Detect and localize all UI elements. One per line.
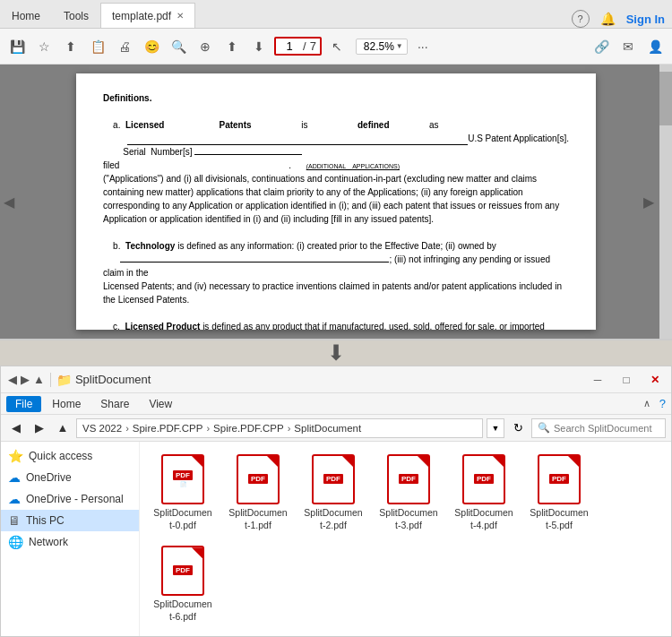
tab-home-label: Home [12,10,40,22]
close-button[interactable]: ✕ [646,371,664,389]
help-icon-ribbon[interactable]: ? [659,397,666,410]
page-separator: / [303,39,306,53]
zoom-dropdown-icon[interactable]: ▼ [396,42,403,50]
smiley-icon[interactable]: 😊 [140,35,163,58]
forward-button[interactable]: ▶ [30,418,49,438]
ribbon-tab-file[interactable]: File [6,396,41,412]
sidebar: ⭐ Quick access ☁ OneDrive ☁ OneDrive - P… [1,442,140,636]
down-arrow-icon: ⬇ [327,340,345,366]
address-path[interactable]: VS 2022 › Spire.PDF.CPP › Spire.PDF.CPP … [76,418,483,438]
titlebar-folder: 📁 SplitDocument [56,373,583,387]
list-item[interactable]: PDF SplitDocument-2.pdf [299,451,367,535]
email-icon[interactable]: ✉ [616,35,640,58]
sidebar-item-onedrive[interactable]: ☁ OneDrive [1,467,139,488]
address-dropdown-icon[interactable]: ▼ [487,418,504,438]
page-number-container: / 7 [274,37,322,56]
ribbon-tab-share[interactable]: Share [91,396,138,412]
help-icon[interactable]: ? [572,10,590,28]
pdf-serial: Serial Number[s] [103,145,569,159]
search-input[interactable] [554,423,659,434]
list-item[interactable]: PDF SplitDocument-6.pdf [149,542,217,626]
link-icon[interactable]: 🔗 [590,35,613,58]
up-small-icon[interactable]: ▲ [33,373,45,386]
sidebar-item-quick-access[interactable]: ⭐ Quick access [1,445,139,467]
pdf-icon-2: PDF [312,454,355,504]
pdf-scrollbar[interactable] [659,65,672,339]
explorer-body: ⭐ Quick access ☁ OneDrive ☁ OneDrive - P… [1,442,671,636]
user-icon[interactable]: 👤 [643,35,667,58]
back-button[interactable]: ◀ [6,418,26,438]
sidebar-item-this-pc[interactable]: 🖥 This PC [1,510,139,531]
upload-icon[interactable]: ⬆ [59,35,82,58]
forward-small-icon[interactable]: ▶ [21,373,30,386]
star-icon[interactable]: ☆ [32,35,56,58]
copy-icon[interactable]: 📋 [86,35,109,58]
list-item[interactable]: PDF SplitDocument-3.pdf [375,451,443,535]
tab-home[interactable]: Home [0,3,52,28]
list-item[interactable]: PDF SplitDocument-1.pdf [224,451,292,535]
pdf-para-a-text: ("Applications") and (i) all divisionals… [103,172,569,226]
sidebar-item-network[interactable]: 🌐 Network [1,531,139,553]
bell-icon[interactable]: 🔔 [600,12,616,26]
list-item[interactable]: PDF SplitDocument-5.pdf [525,451,593,535]
this-pc-label: This PC [26,514,65,527]
tab-tools[interactable]: Tools [52,3,100,28]
sign-in-button[interactable]: Sign In [626,13,665,26]
network-label: Network [29,536,68,548]
pdf-filed: filed . (ADDITIONAL APPLICATIONS) [103,159,569,172]
quick-access-icon: ⭐ [8,449,23,463]
ribbon-tab-home[interactable]: Home [43,396,90,412]
explorer-titlebar: ◀ ▶ ▲ 📁 SplitDocument ─ □ ✕ [1,366,671,393]
explorer-window: ◀ ▶ ▲ 📁 SplitDocument ─ □ ✕ File Home Sh… [0,366,672,637]
page-number-input[interactable] [280,39,299,53]
sidebar-item-onedrive-personal[interactable]: ☁ OneDrive - Personal [1,488,139,510]
file-name-4: SplitDocument-4.pdf [453,507,514,531]
titlebar-nav-icons: ◀ ▶ ▲ [8,373,45,386]
minimize-button[interactable]: ─ [589,371,607,389]
titlebar-separator [50,373,51,387]
this-pc-icon: 🖥 [8,513,21,528]
zoom-page-icon[interactable]: ⊕ [194,35,217,58]
path-sep-3: › [288,423,291,434]
next-page-arrow[interactable]: ▶ [640,190,658,214]
zoom-out-icon[interactable]: 🔍 [167,35,190,58]
more-icon[interactable]: ··· [411,35,435,58]
tab-pdf[interactable]: template.pdf ✕ [100,3,195,28]
select-icon[interactable]: ↖ [325,35,349,58]
path-part-1: VS 2022 [82,423,122,434]
arrow-connector: ⬇ [0,340,672,366]
save-icon[interactable]: 💾 [5,35,29,58]
pdf-icon-6: PDF [161,546,204,596]
page-down-icon[interactable]: ⬇ [247,35,271,58]
folder-icon: 📁 [56,373,72,387]
pdf-para-b3: Licensed Patents; and (iv) necessary to … [103,280,569,306]
path-sep-1: › [125,423,129,434]
maximize-button[interactable]: □ [617,371,635,389]
tab-right-icons: ? 🔔 Sign In [572,10,672,28]
prev-page-arrow[interactable]: ◀ [0,190,18,214]
refresh-button[interactable]: ↻ [508,418,528,438]
file-name-1: SplitDocument-1.pdf [228,507,289,531]
acrobat-window: Home Tools template.pdf ✕ ? 🔔 Sign In 💾 … [0,0,672,340]
back-small-icon[interactable]: ◀ [8,373,17,386]
ribbon-collapse-icon[interactable]: ∧ [643,398,650,409]
zoom-container: ▼ [356,39,408,55]
search-box: 🔍 [531,418,666,438]
list-item[interactable]: PDF 📄 SplitDocument-0.pdf [149,451,217,535]
pdf-para-b: b. Technology is defined as any informat… [103,239,569,253]
zoom-input[interactable] [360,40,394,53]
ribbon-tab-view[interactable]: View [140,396,181,412]
path-part-2: Spire.PDF.CPP [133,423,203,434]
page-up-icon[interactable]: ⬆ [220,35,244,58]
tab-close-icon[interactable]: ✕ [177,11,184,21]
list-item[interactable]: PDF SplitDocument-4.pdf [450,451,518,535]
file-name-6: SplitDocument-6.pdf [152,598,213,623]
path-part-4: SplitDocument [294,423,361,434]
print-icon[interactable]: 🖨 [113,35,136,58]
up-button[interactable]: ▲ [53,418,73,438]
explorer-ribbon: File Home Share View ∧ ? [1,393,671,415]
file-name-2: SplitDocument-2.pdf [303,507,364,531]
pdf-scrollbar-thumb[interactable] [659,72,672,125]
network-icon: 🌐 [8,535,23,549]
page-total: 7 [310,39,316,53]
